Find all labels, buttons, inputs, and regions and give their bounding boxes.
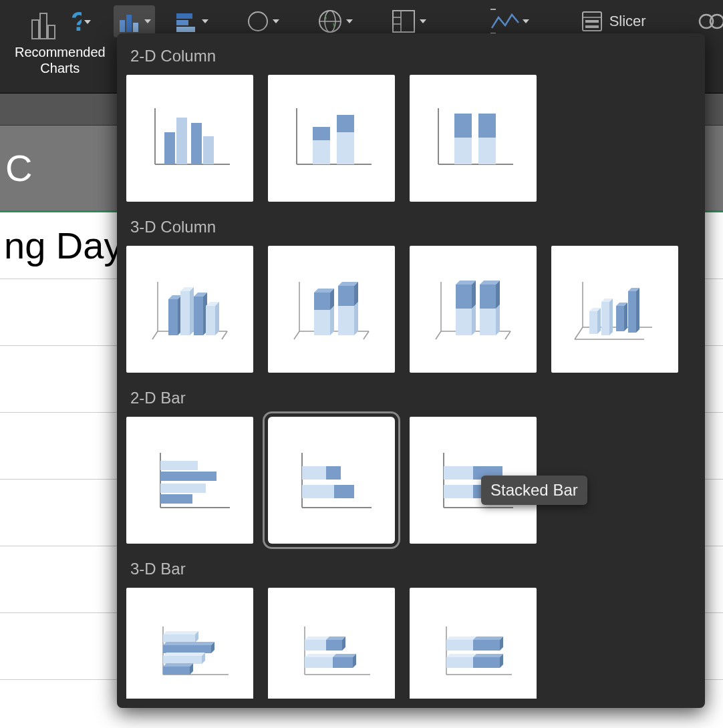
stacked-column-3d-thumb[interactable]: [268, 246, 395, 373]
clustered-bar-2d-thumb[interactable]: [126, 417, 253, 544]
section-2d-bar-label: 2-D Bar: [126, 382, 690, 417]
svg-rect-2: [48, 25, 55, 39]
svg-rect-107: [160, 472, 216, 481]
svg-rect-30: [191, 123, 202, 164]
column-chart-button[interactable]: [114, 5, 155, 37]
link-icon: [697, 11, 723, 32]
chart-type-dropdown: 2-D Column: [117, 33, 705, 708]
svg-rect-66: [314, 293, 330, 310]
svg-marker-53: [190, 287, 194, 335]
svg-rect-98: [616, 306, 624, 331]
section-2d-column-label: 2-D Column: [126, 40, 690, 75]
svg-rect-41: [454, 114, 472, 138]
svg-rect-83: [480, 309, 496, 335]
svg-marker-73: [354, 282, 358, 306]
clustered-column-3d-thumb[interactable]: [126, 246, 253, 373]
svg-rect-1: [40, 13, 47, 39]
100-stacked-column-2d-thumb[interactable]: [410, 75, 537, 202]
svg-rect-157: [473, 657, 500, 668]
slicer-button[interactable]: Slicer: [576, 5, 650, 37]
svg-rect-118: [444, 466, 473, 480]
svg-rect-85: [480, 285, 496, 309]
svg-rect-106: [160, 461, 198, 470]
section-3d-bar-label: 3-D Bar: [126, 553, 690, 588]
bar-chart-button[interactable]: [171, 5, 212, 37]
svg-rect-143: [305, 657, 333, 668]
svg-rect-64: [314, 310, 330, 335]
svg-rect-14: [393, 11, 414, 32]
svg-rect-43: [478, 114, 496, 138]
chevron-down-icon: [420, 19, 426, 23]
svg-point-10: [249, 12, 267, 31]
svg-marker-87: [496, 281, 500, 309]
svg-marker-144: [305, 654, 336, 657]
svg-marker-131: [163, 653, 205, 656]
svg-rect-109: [160, 494, 192, 504]
svg-rect-34: [313, 140, 330, 164]
svg-marker-141: [326, 636, 345, 640]
svg-rect-114: [302, 485, 334, 498]
svg-rect-54: [194, 297, 203, 335]
pie-chart-button[interactable]: [242, 5, 283, 37]
svg-marker-82: [472, 281, 476, 309]
sparkline-button[interactable]: [486, 5, 533, 37]
svg-marker-84: [496, 305, 500, 335]
svg-marker-151: [446, 636, 476, 640]
svg-rect-37: [337, 115, 354, 132]
clustered-column-2d-thumb[interactable]: [126, 75, 253, 202]
svg-rect-133: [163, 667, 190, 675]
svg-rect-22: [585, 20, 599, 23]
svg-rect-28: [164, 132, 175, 164]
dropdown-scroll-area[interactable]: 2-D Column: [126, 40, 705, 699]
chevron-down-icon: [144, 19, 151, 23]
svg-rect-113: [326, 466, 341, 480]
column-label: C: [5, 146, 32, 190]
svg-line-63: [364, 331, 369, 339]
svg-rect-150: [446, 640, 473, 651]
svg-rect-7: [176, 13, 192, 19]
svg-line-75: [436, 331, 441, 339]
link-button[interactable]: [693, 5, 723, 37]
svg-rect-155: [446, 657, 473, 668]
svg-rect-48: [168, 299, 178, 335]
hierarchy-chart-button[interactable]: [386, 5, 430, 37]
svg-marker-94: [597, 308, 601, 334]
svg-rect-42: [478, 138, 496, 164]
chart-type-buttons: Slicer: [114, 0, 723, 37]
svg-rect-51: [180, 291, 190, 335]
svg-rect-31: [203, 136, 214, 164]
svg-marker-59: [215, 302, 219, 335]
svg-rect-92: [589, 311, 597, 334]
svg-rect-138: [305, 640, 326, 651]
question-mark-icon: ?: [71, 4, 82, 40]
svg-rect-152: [473, 640, 500, 651]
svg-rect-6: [133, 23, 138, 32]
tooltip-stacked-bar: Stacked Bar: [481, 476, 587, 505]
column-3d-thumb[interactable]: [551, 246, 678, 373]
svg-rect-40: [454, 138, 472, 164]
svg-marker-128: [163, 642, 214, 645]
svg-line-47: [222, 331, 227, 339]
slicer-icon: [580, 9, 604, 33]
stacked-bar-2d-thumb[interactable]: [268, 417, 395, 544]
100-stacked-column-3d-thumb[interactable]: [410, 246, 537, 373]
svg-marker-146: [333, 654, 356, 657]
svg-rect-57: [206, 306, 215, 335]
svg-line-61: [294, 331, 299, 339]
svg-rect-78: [456, 309, 472, 335]
chevron-down-icon: [273, 19, 279, 23]
svg-rect-101: [628, 291, 636, 333]
clustered-bar-3d-thumb[interactable]: [126, 588, 253, 699]
svg-marker-100: [624, 303, 627, 331]
svg-rect-108: [160, 484, 206, 493]
stacked-bar-3d-thumb[interactable]: [268, 588, 395, 699]
recommended-charts-group[interactable]: ? Recommended Charts: [7, 0, 114, 93]
stacked-column-2d-thumb[interactable]: [268, 75, 395, 202]
chevron-down-icon: [523, 19, 529, 23]
sparkline-icon: [490, 8, 520, 35]
recommended-charts-label: Recommended Charts: [15, 44, 106, 76]
svg-marker-103: [636, 288, 639, 333]
svg-rect-130: [163, 656, 202, 664]
100-stacked-bar-3d-thumb[interactable]: [410, 588, 537, 699]
map-chart-button[interactable]: [313, 5, 357, 37]
